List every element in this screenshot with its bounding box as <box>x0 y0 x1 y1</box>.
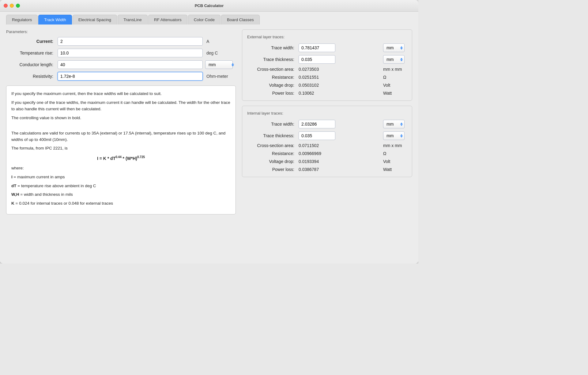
info-dT: dT = temperature rise above ambient in d… <box>11 183 231 189</box>
external-trace-grid: Trace width: mminmils Trace thickness: <box>247 44 407 96</box>
ext-trace-thickness-unit-select[interactable]: mminmils <box>383 55 405 64</box>
info-K: K = 0.024 for internal traces or 0.048 f… <box>11 200 231 207</box>
int-cross-section-unit: mm x mm <box>383 143 405 148</box>
int-trace-width-input[interactable] <box>299 120 335 128</box>
internal-layer-section: Internal layer traces: Trace width: mmin… <box>242 106 412 177</box>
close-button[interactable] <box>4 4 8 8</box>
info-where: where: <box>11 165 231 172</box>
ext-cross-section-unit: mm x mm <box>383 67 405 72</box>
int-voltage-drop-label: Voltage drop: <box>247 159 296 164</box>
ext-resistance-unit: Ω <box>383 75 405 80</box>
conductor-length-input[interactable] <box>58 60 203 69</box>
params-section: Parameters: Current: A Temperature rise:… <box>6 29 236 81</box>
int-trace-thickness-label: Trace thickness: <box>247 133 296 138</box>
params-grid: Current: A Temperature rise: deg C Condu… <box>6 37 236 81</box>
int-cross-section-label: Cross-section area: <box>247 143 296 148</box>
ext-trace-width-unit-select[interactable]: mminmils <box>383 44 405 52</box>
int-trace-width-label: Trace width: <box>247 122 296 127</box>
tab-board-classes[interactable]: Board Classes <box>221 15 260 25</box>
info-box: If you specify the maximum current, then… <box>6 85 236 214</box>
ext-power-loss-unit: Watt <box>383 91 405 96</box>
temp-rise-input[interactable] <box>58 49 203 57</box>
conductor-length-unit-wrapper: mm in mils <box>205 60 236 69</box>
internal-layer-title: Internal layer traces: <box>247 111 407 116</box>
tab-bar: Regulators Track Width Electrical Spacin… <box>0 12 418 25</box>
temp-rise-unit: deg C <box>205 51 236 55</box>
traffic-lights <box>4 4 20 8</box>
maximize-button[interactable] <box>16 4 20 8</box>
info-line-3: The controlling value is shown in bold. <box>11 115 231 121</box>
int-trace-thickness-input[interactable] <box>299 131 335 140</box>
int-power-loss-value: 0.0386787 <box>299 167 381 172</box>
current-input[interactable] <box>58 37 203 46</box>
temp-rise-label: Temperature rise: <box>6 51 55 55</box>
external-layer-section: External layer traces: Trace width: mmin… <box>242 29 412 101</box>
info-line-1: If you specify the maximum current, then… <box>11 91 231 97</box>
info-line-2: If you specify one of the trace widths, … <box>11 100 231 112</box>
tab-rf-attenuators[interactable]: RF Attenuators <box>148 15 187 25</box>
internal-trace-grid: Trace width: mminmils Trace thickness: <box>247 120 407 172</box>
ext-power-loss-value: 0.10062 <box>299 91 381 96</box>
ext-resistance-value: 0.0251551 <box>299 75 381 80</box>
formula-display: I = K * dT0.44 * (W*H)0.725 <box>11 155 231 162</box>
ext-trace-width-unit-wrapper: mminmils <box>383 44 405 52</box>
ext-cross-section-label: Cross-section area: <box>247 67 296 72</box>
current-unit: A <box>205 39 236 44</box>
int-power-loss-label: Power loss: <box>247 167 296 172</box>
int-voltage-drop-unit: Volt <box>383 159 405 164</box>
left-panel: Parameters: Current: A Temperature rise:… <box>6 29 236 257</box>
int-trace-width-unit-select[interactable]: mminmils <box>383 120 405 128</box>
conductor-length-label: Conductor length: <box>6 62 55 67</box>
int-trace-thickness-unit-select[interactable]: mminmils <box>383 131 405 140</box>
resistivity-input[interactable] <box>58 72 203 81</box>
int-cross-section-value: 0.0711502 <box>299 143 381 148</box>
main-content: Parameters: Current: A Temperature rise:… <box>0 25 418 263</box>
ext-cross-section-value: 0.0273503 <box>299 67 381 72</box>
resistivity-unit: Ohm-meter <box>205 74 236 79</box>
int-power-loss-unit: Watt <box>383 167 405 172</box>
right-panel: External layer traces: Trace width: mmin… <box>242 29 412 257</box>
info-WH: W,H = width and thickness in mils <box>11 191 231 198</box>
tab-electrical-spacing[interactable]: Electrical Spacing <box>73 15 117 25</box>
int-resistance-unit: Ω <box>383 151 405 156</box>
ext-voltage-drop-value: 0.0503102 <box>299 83 381 88</box>
external-layer-title: External layer traces: <box>247 35 407 39</box>
ext-trace-thickness-label: Trace thickness: <box>247 57 296 62</box>
ext-resistance-label: Resistance: <box>247 75 296 80</box>
tab-color-code[interactable]: Color Code <box>188 15 221 25</box>
titlebar: PCB Calculator <box>0 0 418 12</box>
info-I: I = maximum current in amps <box>11 174 231 180</box>
int-voltage-drop-value: 0.0193394 <box>299 159 381 164</box>
ext-trace-width-label: Trace width: <box>247 45 296 50</box>
int-resistance-label: Resistance: <box>247 151 296 156</box>
int-trace-thickness-unit-wrapper: mminmils <box>383 131 405 140</box>
ext-voltage-drop-label: Voltage drop: <box>247 83 296 88</box>
int-resistance-value: 0.00966969 <box>299 151 381 156</box>
ext-voltage-drop-unit: Volt <box>383 83 405 88</box>
app-window: PCB Calculator Regulators Track Width El… <box>0 0 418 263</box>
ext-trace-width-input[interactable] <box>299 44 335 52</box>
window-title: PCB Calculator <box>195 3 224 8</box>
minimize-button[interactable] <box>10 4 14 8</box>
ext-trace-thickness-input[interactable] <box>299 55 335 64</box>
tab-regulators[interactable]: Regulators <box>6 15 38 25</box>
tab-track-width[interactable]: Track Width <box>38 15 72 25</box>
params-label: Parameters: <box>6 29 236 34</box>
tab-transline[interactable]: TransLine <box>118 15 148 25</box>
info-line-5: The formula, from IPC 2221, is <box>11 145 231 152</box>
resistivity-label: Resistivity: <box>6 74 55 79</box>
info-line-4: The calculations are valid for currents … <box>11 130 231 143</box>
int-trace-width-unit-wrapper: mminmils <box>383 120 405 128</box>
ext-trace-thickness-unit-wrapper: mminmils <box>383 55 405 64</box>
ext-power-loss-label: Power loss: <box>247 91 296 96</box>
conductor-length-unit-select[interactable]: mm in mils <box>205 60 233 69</box>
current-label: Current: <box>6 39 55 44</box>
